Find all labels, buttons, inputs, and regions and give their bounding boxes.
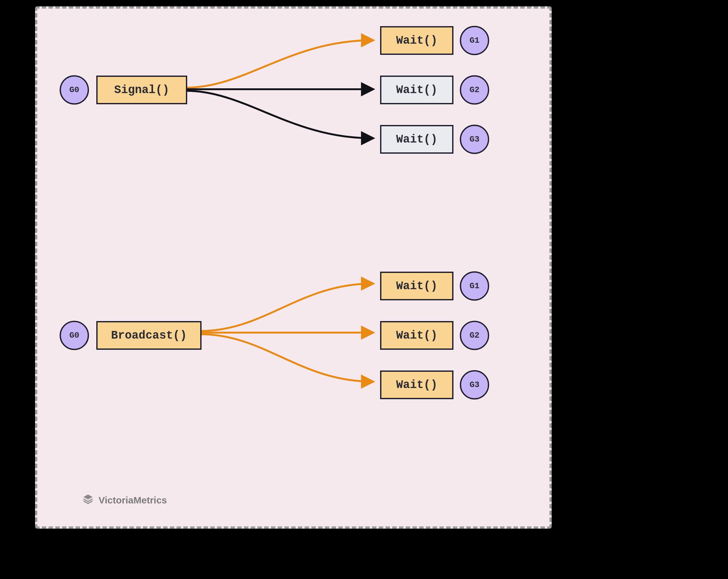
- goroutine-label: G3: [469, 135, 479, 144]
- goroutine-circle-g0-signal: G0: [60, 75, 89, 105]
- broadcast-wait-box-g2: Wait(): [380, 321, 453, 350]
- goroutine-label: G1: [469, 281, 479, 291]
- goroutine-label: G1: [469, 36, 479, 45]
- signal-method-box: Signal(): [96, 76, 187, 104]
- goroutine-circle-g2-signal: G2: [460, 75, 489, 105]
- goroutine-circle-g1-broadcast: G1: [460, 271, 489, 301]
- layers-icon: [82, 493, 94, 507]
- method-label: Wait(): [396, 329, 438, 342]
- diagram-panel: G0 Signal() Wait() G1 Wait() G2 Wait() G…: [35, 6, 552, 529]
- method-label: Wait(): [396, 83, 438, 97]
- goroutine-circle-g0-broadcast: G0: [60, 321, 89, 350]
- method-label: Wait(): [396, 378, 438, 392]
- arrow-broadcast-g3: [200, 334, 372, 381]
- stage: G0 Signal() Wait() G1 Wait() G2 Wait() G…: [0, 0, 728, 579]
- broadcast-wait-box-g3: Wait(): [380, 370, 453, 399]
- signal-wait-box-g2: Wait(): [380, 76, 453, 104]
- method-label: Broadcast(): [111, 329, 187, 342]
- goroutine-circle-g3-broadcast: G3: [460, 370, 489, 399]
- broadcast-method-box: Broadcast(): [96, 321, 202, 350]
- goroutine-circle-g2-broadcast: G2: [460, 321, 489, 350]
- signal-wait-box-g3: Wait(): [380, 125, 453, 154]
- signal-wait-box-g1: Wait(): [380, 26, 453, 55]
- goroutine-label: G0: [69, 331, 79, 340]
- goroutine-label: G0: [69, 85, 79, 95]
- method-label: Wait(): [396, 34, 438, 47]
- goroutine-label: G2: [469, 331, 479, 340]
- goroutine-circle-g1-signal: G1: [460, 26, 489, 55]
- arrow-broadcast-g1: [200, 284, 372, 331]
- goroutine-label: G2: [469, 85, 479, 95]
- goroutine-circle-g3-signal: G3: [460, 125, 489, 154]
- goroutine-label: G3: [469, 380, 479, 390]
- broadcast-wait-box-g1: Wait(): [380, 272, 453, 300]
- method-label: Wait(): [396, 280, 438, 293]
- branding: VictoriaMetrics: [82, 493, 167, 507]
- arrow-signal-g3: [186, 91, 372, 138]
- arrow-signal-g1: [186, 40, 372, 88]
- method-label: Wait(): [396, 133, 438, 146]
- branding-label: VictoriaMetrics: [99, 495, 167, 506]
- method-label: Signal(): [114, 83, 169, 97]
